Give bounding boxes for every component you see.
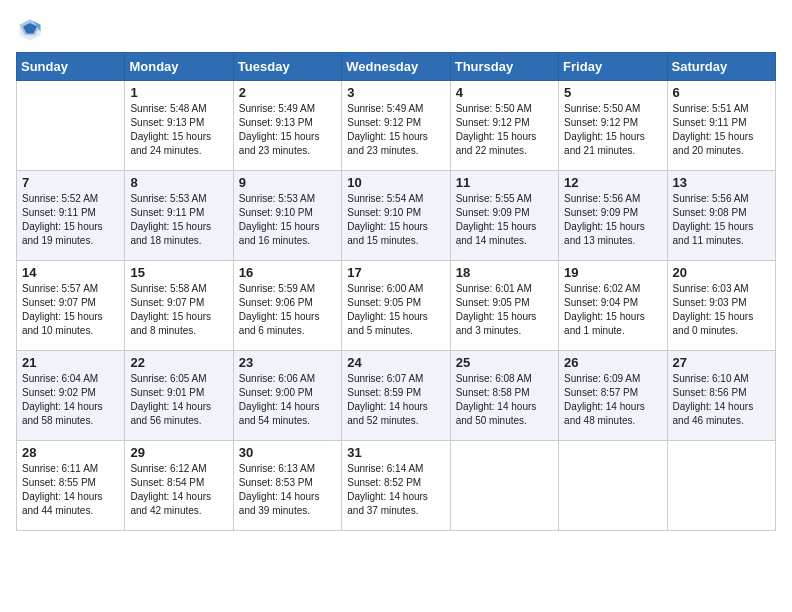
calendar-cell [450,441,558,531]
day-number: 6 [673,85,770,100]
calendar-cell: 29Sunrise: 6:12 AM Sunset: 8:54 PM Dayli… [125,441,233,531]
day-number: 3 [347,85,444,100]
calendar-cell: 24Sunrise: 6:07 AM Sunset: 8:59 PM Dayli… [342,351,450,441]
day-number: 5 [564,85,661,100]
day-info: Sunrise: 6:01 AM Sunset: 9:05 PM Dayligh… [456,282,553,338]
weekday-header-thursday: Thursday [450,53,558,81]
day-info: Sunrise: 5:49 AM Sunset: 9:13 PM Dayligh… [239,102,336,158]
weekday-header-saturday: Saturday [667,53,775,81]
day-number: 21 [22,355,119,370]
calendar-cell: 16Sunrise: 5:59 AM Sunset: 9:06 PM Dayli… [233,261,341,351]
weekday-header-monday: Monday [125,53,233,81]
calendar-cell: 27Sunrise: 6:10 AM Sunset: 8:56 PM Dayli… [667,351,775,441]
day-info: Sunrise: 5:58 AM Sunset: 9:07 PM Dayligh… [130,282,227,338]
calendar-cell: 10Sunrise: 5:54 AM Sunset: 9:10 PM Dayli… [342,171,450,261]
day-number: 18 [456,265,553,280]
day-number: 19 [564,265,661,280]
day-info: Sunrise: 5:49 AM Sunset: 9:12 PM Dayligh… [347,102,444,158]
day-info: Sunrise: 5:53 AM Sunset: 9:10 PM Dayligh… [239,192,336,248]
day-info: Sunrise: 5:52 AM Sunset: 9:11 PM Dayligh… [22,192,119,248]
calendar-cell: 11Sunrise: 5:55 AM Sunset: 9:09 PM Dayli… [450,171,558,261]
calendar-cell: 3Sunrise: 5:49 AM Sunset: 9:12 PM Daylig… [342,81,450,171]
calendar-cell: 31Sunrise: 6:14 AM Sunset: 8:52 PM Dayli… [342,441,450,531]
day-info: Sunrise: 5:53 AM Sunset: 9:11 PM Dayligh… [130,192,227,248]
day-info: Sunrise: 6:10 AM Sunset: 8:56 PM Dayligh… [673,372,770,428]
day-info: Sunrise: 5:50 AM Sunset: 9:12 PM Dayligh… [456,102,553,158]
day-number: 23 [239,355,336,370]
day-info: Sunrise: 6:08 AM Sunset: 8:58 PM Dayligh… [456,372,553,428]
day-number: 11 [456,175,553,190]
day-info: Sunrise: 6:02 AM Sunset: 9:04 PM Dayligh… [564,282,661,338]
day-info: Sunrise: 5:57 AM Sunset: 9:07 PM Dayligh… [22,282,119,338]
calendar-cell [17,81,125,171]
calendar-cell: 21Sunrise: 6:04 AM Sunset: 9:02 PM Dayli… [17,351,125,441]
day-info: Sunrise: 6:04 AM Sunset: 9:02 PM Dayligh… [22,372,119,428]
logo [16,16,48,44]
day-number: 31 [347,445,444,460]
day-number: 8 [130,175,227,190]
day-number: 9 [239,175,336,190]
calendar-cell: 6Sunrise: 5:51 AM Sunset: 9:11 PM Daylig… [667,81,775,171]
day-number: 7 [22,175,119,190]
day-number: 30 [239,445,336,460]
week-row-2: 7Sunrise: 5:52 AM Sunset: 9:11 PM Daylig… [17,171,776,261]
calendar-cell: 28Sunrise: 6:11 AM Sunset: 8:55 PM Dayli… [17,441,125,531]
weekday-header-friday: Friday [559,53,667,81]
day-number: 24 [347,355,444,370]
day-info: Sunrise: 6:12 AM Sunset: 8:54 PM Dayligh… [130,462,227,518]
calendar-cell: 9Sunrise: 5:53 AM Sunset: 9:10 PM Daylig… [233,171,341,261]
day-info: Sunrise: 5:56 AM Sunset: 9:09 PM Dayligh… [564,192,661,248]
day-info: Sunrise: 5:56 AM Sunset: 9:08 PM Dayligh… [673,192,770,248]
day-number: 27 [673,355,770,370]
page-header [16,16,776,44]
day-number: 2 [239,85,336,100]
calendar-cell [559,441,667,531]
day-info: Sunrise: 6:03 AM Sunset: 9:03 PM Dayligh… [673,282,770,338]
calendar-cell: 15Sunrise: 5:58 AM Sunset: 9:07 PM Dayli… [125,261,233,351]
week-row-5: 28Sunrise: 6:11 AM Sunset: 8:55 PM Dayli… [17,441,776,531]
day-info: Sunrise: 5:48 AM Sunset: 9:13 PM Dayligh… [130,102,227,158]
weekday-header-tuesday: Tuesday [233,53,341,81]
calendar-cell: 20Sunrise: 6:03 AM Sunset: 9:03 PM Dayli… [667,261,775,351]
calendar-cell: 14Sunrise: 5:57 AM Sunset: 9:07 PM Dayli… [17,261,125,351]
day-info: Sunrise: 6:14 AM Sunset: 8:52 PM Dayligh… [347,462,444,518]
day-number: 12 [564,175,661,190]
calendar-cell: 25Sunrise: 6:08 AM Sunset: 8:58 PM Dayli… [450,351,558,441]
weekday-header-row: SundayMondayTuesdayWednesdayThursdayFrid… [17,53,776,81]
day-info: Sunrise: 6:09 AM Sunset: 8:57 PM Dayligh… [564,372,661,428]
weekday-header-sunday: Sunday [17,53,125,81]
day-info: Sunrise: 6:07 AM Sunset: 8:59 PM Dayligh… [347,372,444,428]
calendar-cell: 8Sunrise: 5:53 AM Sunset: 9:11 PM Daylig… [125,171,233,261]
day-info: Sunrise: 5:50 AM Sunset: 9:12 PM Dayligh… [564,102,661,158]
day-info: Sunrise: 6:11 AM Sunset: 8:55 PM Dayligh… [22,462,119,518]
day-number: 15 [130,265,227,280]
day-number: 22 [130,355,227,370]
day-number: 13 [673,175,770,190]
day-info: Sunrise: 6:00 AM Sunset: 9:05 PM Dayligh… [347,282,444,338]
calendar-cell: 23Sunrise: 6:06 AM Sunset: 9:00 PM Dayli… [233,351,341,441]
day-number: 1 [130,85,227,100]
calendar-cell: 4Sunrise: 5:50 AM Sunset: 9:12 PM Daylig… [450,81,558,171]
logo-icon [16,16,44,44]
day-number: 10 [347,175,444,190]
calendar-cell: 12Sunrise: 5:56 AM Sunset: 9:09 PM Dayli… [559,171,667,261]
week-row-1: 1Sunrise: 5:48 AM Sunset: 9:13 PM Daylig… [17,81,776,171]
calendar-cell: 19Sunrise: 6:02 AM Sunset: 9:04 PM Dayli… [559,261,667,351]
day-number: 28 [22,445,119,460]
calendar-cell: 1Sunrise: 5:48 AM Sunset: 9:13 PM Daylig… [125,81,233,171]
calendar-cell: 2Sunrise: 5:49 AM Sunset: 9:13 PM Daylig… [233,81,341,171]
week-row-4: 21Sunrise: 6:04 AM Sunset: 9:02 PM Dayli… [17,351,776,441]
day-info: Sunrise: 6:13 AM Sunset: 8:53 PM Dayligh… [239,462,336,518]
day-number: 14 [22,265,119,280]
day-number: 20 [673,265,770,280]
calendar-cell: 7Sunrise: 5:52 AM Sunset: 9:11 PM Daylig… [17,171,125,261]
calendar-cell [667,441,775,531]
calendar-cell: 18Sunrise: 6:01 AM Sunset: 9:05 PM Dayli… [450,261,558,351]
calendar-cell: 17Sunrise: 6:00 AM Sunset: 9:05 PM Dayli… [342,261,450,351]
day-number: 26 [564,355,661,370]
day-number: 29 [130,445,227,460]
day-number: 4 [456,85,553,100]
day-number: 17 [347,265,444,280]
day-info: Sunrise: 5:59 AM Sunset: 9:06 PM Dayligh… [239,282,336,338]
calendar-cell: 5Sunrise: 5:50 AM Sunset: 9:12 PM Daylig… [559,81,667,171]
